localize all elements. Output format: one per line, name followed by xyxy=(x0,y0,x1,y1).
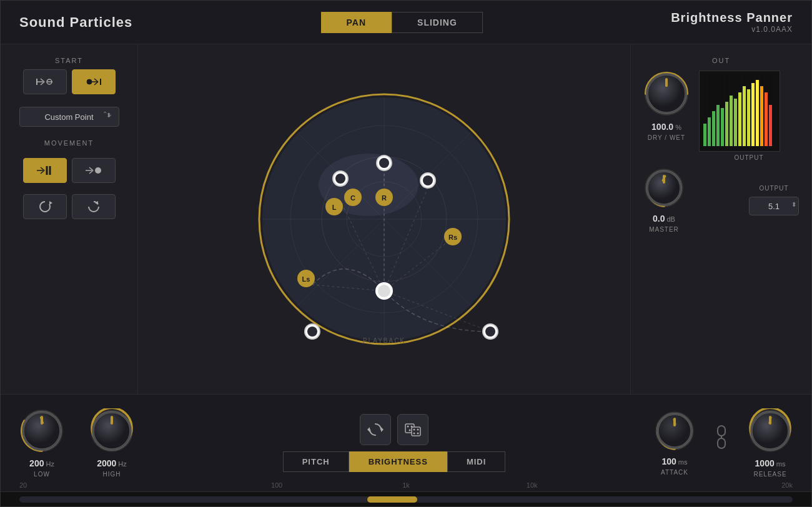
cycle-icon xyxy=(367,421,384,438)
start-buttons xyxy=(13,69,125,94)
svg-rect-82 xyxy=(712,74,715,110)
high-knob[interactable] xyxy=(92,411,132,451)
svg-rect-116 xyxy=(718,438,725,448)
bottom-tabs: PITCH BRIGHTNESS MIDI xyxy=(283,451,506,472)
svg-text:PLAYBACK: PLAYBACK xyxy=(363,337,405,344)
reset-right-button[interactable] xyxy=(72,194,116,219)
high-knob-wrapper[interactable] xyxy=(89,408,134,453)
dice-icon xyxy=(404,421,422,438)
brand-name: Sound Particles xyxy=(19,14,132,31)
plugin-name: Brightness Panner xyxy=(671,11,793,25)
custom-point-select[interactable]: Custom Point Center Left Right xyxy=(19,107,119,127)
sphere-container[interactable]: C L R Ls Rs PLAYBACK xyxy=(253,88,515,350)
output-select[interactable]: 5.1 Stereo 7.1 Atmos xyxy=(749,197,799,215)
dice-icon-button[interactable] xyxy=(397,414,428,445)
release-value: 1000 xyxy=(755,458,775,468)
frequency-track[interactable] xyxy=(19,496,793,503)
chain-icon xyxy=(714,425,729,450)
movement-label: MOVEMENT xyxy=(44,139,94,147)
master-knob-wrapper[interactable] xyxy=(643,167,685,209)
svg-rect-77 xyxy=(760,86,763,146)
freq-label-1k: 1k xyxy=(402,481,410,489)
frequency-handle[interactable] xyxy=(367,496,417,503)
svg-rect-76 xyxy=(756,80,759,146)
tab-midi[interactable]: MIDI xyxy=(447,451,505,472)
low-knob[interactable] xyxy=(22,411,62,451)
attack-knob[interactable] xyxy=(656,413,693,449)
dry-wet-knob-wrapper[interactable] xyxy=(643,71,690,117)
dry-wet-section: 100.0 % DRY / WET xyxy=(643,71,690,141)
tab-pitch[interactable]: PITCH xyxy=(283,451,349,472)
start-section: START xyxy=(13,57,125,94)
svg-rect-87 xyxy=(734,74,737,97)
right-panel: OUT xyxy=(630,44,811,394)
svg-point-19 xyxy=(95,167,101,174)
release-knob-wrapper[interactable] xyxy=(748,408,793,453)
tab-sliding[interactable]: SLIDING xyxy=(392,12,483,33)
master-label: MASTER xyxy=(649,226,679,233)
svg-point-97 xyxy=(648,172,680,204)
svg-rect-78 xyxy=(765,92,768,146)
output-dropdown-wrapper[interactable]: 5.1 Stereo 7.1 Atmos ⬍ xyxy=(749,197,799,215)
movement-buttons xyxy=(23,158,116,183)
svg-rect-75 xyxy=(751,83,755,146)
svg-marker-20 xyxy=(49,201,52,205)
tab-brightness[interactable]: BRIGHTNESS xyxy=(349,451,447,472)
low-value: 200 xyxy=(29,458,44,468)
start-right-button[interactable] xyxy=(72,69,116,94)
right-controls-row: 100.0 % DRY / WET xyxy=(643,71,799,161)
svg-point-44 xyxy=(335,174,345,184)
svg-point-50 xyxy=(485,327,495,337)
svg-rect-72 xyxy=(738,92,741,146)
svg-rect-66 xyxy=(712,111,715,146)
svg-point-42 xyxy=(379,158,389,168)
svg-rect-93 xyxy=(760,74,763,85)
svg-rect-90 xyxy=(747,74,750,88)
header: Sound Particles PAN SLIDING Brightness P… xyxy=(1,1,811,44)
movement-once-button[interactable] xyxy=(72,158,116,183)
svg-rect-86 xyxy=(730,74,733,94)
svg-rect-92 xyxy=(756,74,759,79)
release-knob[interactable] xyxy=(750,411,790,451)
output-section-label: OUTPUT xyxy=(759,185,788,192)
master-row: 0.0 dB MASTER OUTPUT 5.1 Stereo 7.1 Atmo… xyxy=(643,167,799,233)
master-unit: dB xyxy=(667,215,675,223)
high-unit: Hz xyxy=(118,460,126,468)
svg-rect-94 xyxy=(765,74,768,91)
svg-point-40 xyxy=(378,285,390,297)
svg-rect-85 xyxy=(725,74,728,101)
bottom-center: PITCH BRIGHTNESS MIDI xyxy=(159,414,629,472)
freq-label-100: 100 xyxy=(271,481,282,489)
attack-knob-wrapper[interactable] xyxy=(654,410,695,451)
bottom-section: 200 Hz LOW xyxy=(1,394,811,506)
svg-point-109 xyxy=(413,429,415,431)
svg-point-107 xyxy=(409,430,411,431)
svg-point-63 xyxy=(648,75,685,112)
plugin-title: Brightness Panner v1.0.0AAX xyxy=(671,11,793,34)
tab-pan[interactable]: PAN xyxy=(321,12,392,33)
svg-text:R: R xyxy=(382,194,387,202)
svg-point-101 xyxy=(94,413,130,449)
svg-point-112 xyxy=(417,433,419,435)
release-label: RELEASE xyxy=(753,471,786,478)
low-knob-wrapper[interactable] xyxy=(19,408,64,453)
attack-knob-group: 100 ms ATTACK xyxy=(654,410,695,476)
master-knob[interactable] xyxy=(646,170,682,206)
low-label: LOW xyxy=(34,471,50,478)
dry-wet-unit: % xyxy=(675,124,681,131)
movement-loop-button[interactable] xyxy=(23,158,67,183)
start-left-button[interactable] xyxy=(23,69,67,94)
freq-label-10k: 10k xyxy=(527,481,538,489)
svg-rect-108 xyxy=(412,427,420,436)
out-label: OUT xyxy=(643,57,799,64)
bottom-right-controls: 100 ms ATTACK xyxy=(654,408,793,478)
reset-left-button[interactable] xyxy=(23,194,67,219)
header-tabs: PAN SLIDING xyxy=(321,12,483,33)
dry-wet-knob[interactable] xyxy=(646,73,687,114)
custom-point-dropdown-wrapper[interactable]: Custom Point Center Left Right ⬍ xyxy=(13,107,125,127)
release-unit: ms xyxy=(776,460,786,468)
cycle-icon-button[interactable] xyxy=(360,414,391,445)
svg-rect-115 xyxy=(718,426,725,436)
svg-text:Ls: Ls xyxy=(302,275,310,283)
dry-wet-value: 100.0 xyxy=(651,122,673,132)
